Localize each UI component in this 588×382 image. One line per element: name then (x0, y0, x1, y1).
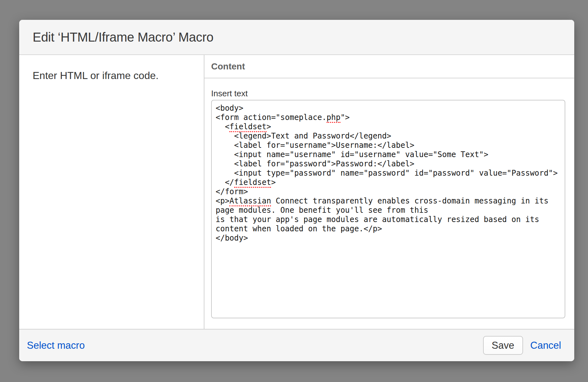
code-line: page modules. One benefit you'll see fro… (216, 206, 561, 215)
dialog-header: Edit ‘HTML/Iframe Macro’ Macro (19, 20, 574, 55)
code-line: <input type="password" name="password" i… (216, 169, 561, 178)
save-button[interactable]: Save (483, 336, 523, 355)
code-line: </fieldset> (216, 178, 561, 187)
code-line: <form action="someplace.php"> (216, 113, 561, 122)
code-line: </body> (216, 234, 561, 243)
misspelled-word: php (327, 113, 340, 123)
code-line: <legend>Text and Password</legend> (216, 131, 561, 141)
code-line: <body> (216, 104, 561, 113)
insert-text-label: Insert text (211, 89, 566, 99)
insert-text-editor[interactable]: <body><form action="someplace.php"> <fie… (211, 100, 565, 318)
code-line: <input name="username" id="username" val… (216, 150, 561, 159)
dialog-footer: Select macro Save Cancel (19, 329, 574, 361)
content-heading: Content (211, 61, 245, 72)
modal-overlay: { "dialog": { "title": "Edit ‘HTML/Ifram… (0, 0, 588, 382)
select-macro-link[interactable]: Select macro (27, 340, 85, 351)
content-heading-row: Content (204, 55, 574, 78)
code-line: </form> (216, 187, 561, 196)
dialog-title: Edit ‘HTML/Iframe Macro’ Macro (33, 30, 213, 44)
footer-actions: Save Cancel (483, 336, 561, 355)
code-line: <p>Atlassian Connect transparently enabl… (216, 196, 561, 206)
code-line: is that your app's page modules are auto… (216, 215, 561, 224)
misspelled-word: fieldset (234, 178, 271, 188)
code-line: <label for="username">Username:</label> (216, 141, 561, 150)
cancel-link[interactable]: Cancel (530, 340, 561, 351)
code-line: content when loaded on the page.</p> (216, 224, 561, 234)
misspelled-word: fieldset (229, 122, 266, 132)
code-line: <fieldset> (216, 122, 561, 131)
insert-text-field-area: Insert text <body><form action="someplac… (204, 78, 574, 318)
macro-description-panel: Enter HTML or iframe code. (19, 55, 204, 329)
code-line: <label for="password">Password:</label> (216, 159, 561, 169)
dialog-body: Enter HTML or iframe code. Content Inser… (19, 55, 574, 329)
edit-macro-dialog: Edit ‘HTML/Iframe Macro’ Macro Enter HTM… (19, 20, 574, 361)
macro-description-text: Enter HTML or iframe code. (33, 70, 191, 82)
misspelled-word: Atlassian (229, 196, 271, 206)
content-panel: Content Insert text <body><form action="… (204, 55, 574, 329)
